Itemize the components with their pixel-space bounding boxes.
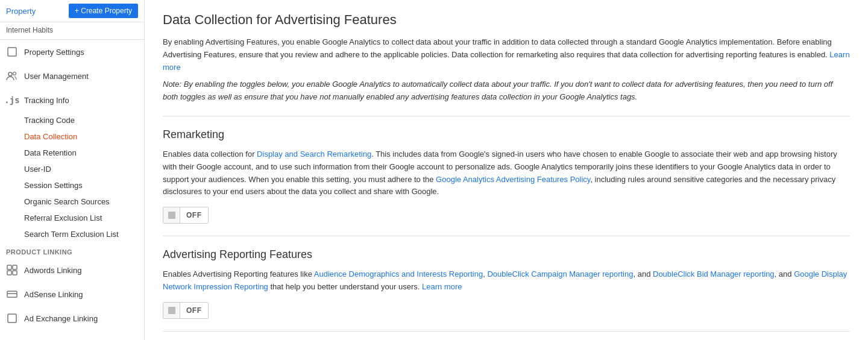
remarketing-toggle[interactable]: OFF — [163, 207, 209, 224]
note-text: Note: By enabling the toggles below, you… — [163, 78, 850, 104]
svg-point-2 — [13, 72, 16, 75]
advertising-reporting-toggle-handle — [163, 303, 180, 318]
property-settings-icon — [6, 46, 18, 58]
sidebar-subitem-data-collection[interactable]: Data Collection — [0, 128, 144, 145]
sidebar-item-user-management[interactable]: User Management — [0, 64, 144, 88]
advertising-reporting-learn-more-link[interactable]: Learn more — [422, 282, 462, 291]
adsense-linking-label: AdSense Linking — [24, 290, 83, 299]
sidebar-subitem-session-settings[interactable]: Session Settings — [0, 177, 144, 194]
ga-advertising-policy-link[interactable]: Google Analytics Advertising Features Po… — [436, 175, 590, 184]
adsense-linking-icon — [6, 288, 18, 300]
sidebar-subitem-search-term-exclusion-list[interactable]: Search Term Exclusion List — [0, 226, 144, 242]
doubleclick-campaign-link[interactable]: DoubleClick Campaign Manager reporting — [487, 269, 633, 279]
property-settings-label: Property Settings — [24, 48, 84, 57]
sidebar-subtitle: Internet Habits — [0, 22, 144, 40]
sidebar-header: Property + Create Property — [0, 0, 144, 22]
main-content: Data Collection for Advertising Features… — [145, 0, 868, 340]
product-linking-section-label: PRODUCT LINKING — [0, 242, 144, 258]
sidebar-subitem-referral-exclusion-list[interactable]: Referral Exclusion List — [0, 210, 144, 226]
advertising-reporting-toggle-container: OFF — [163, 302, 850, 319]
sidebar-subitem-data-retention[interactable]: Data Retention — [0, 145, 144, 161]
svg-rect-6 — [13, 271, 17, 275]
sidebar-subitem-organic-search-sources[interactable]: Organic Search Sources — [0, 194, 144, 210]
property-label[interactable]: Property — [6, 7, 36, 16]
sidebar-item-adwords-linking[interactable]: Adwords Linking — [0, 258, 144, 282]
sidebar-item-property-settings[interactable]: Property Settings — [0, 40, 144, 64]
advertising-reporting-toggle[interactable]: OFF — [163, 302, 209, 319]
sidebar-item-tracking-info[interactable]: .js Tracking Info — [0, 88, 144, 112]
remarketing-toggle-container: OFF — [163, 207, 850, 224]
doubleclick-bid-link[interactable]: DoubleClick Bid Manager reporting — [653, 269, 775, 279]
adwords-linking-icon — [6, 264, 18, 276]
adwords-linking-label: Adwords Linking — [24, 266, 81, 275]
page-title: Data Collection for Advertising Features — [163, 12, 850, 28]
tracking-info-label: Tracking Info — [24, 96, 69, 105]
advertising-reporting-toggle-label: OFF — [180, 303, 208, 318]
remarketing-toggle-handle — [163, 207, 180, 223]
footer-actions: Save Cancel — [163, 331, 850, 340]
remarketing-toggle-handle-inner — [168, 212, 175, 219]
sidebar-item-ad-exchange-linking[interactable]: Ad Exchange Linking — [0, 306, 144, 330]
advertising-reporting-title: Advertising Reporting Features — [163, 248, 850, 261]
sidebar: Property + Create Property Internet Habi… — [0, 0, 145, 340]
svg-point-1 — [8, 72, 12, 76]
sidebar-subitem-user-id[interactable]: User-ID — [0, 161, 144, 177]
remarketing-title: Remarketing — [163, 128, 850, 141]
sidebar-subitem-tracking-code[interactable]: Tracking Code — [0, 112, 144, 128]
user-management-icon — [6, 70, 18, 82]
sidebar-item-adsense-linking[interactable]: AdSense Linking — [0, 282, 144, 306]
advertising-reporting-description: Enables Advertising Reporting features l… — [163, 268, 850, 294]
ad-exchange-linking-icon — [6, 312, 18, 324]
remarketing-description: Enables data collection for Display and … — [163, 148, 850, 198]
svg-rect-0 — [8, 48, 16, 56]
display-search-remarketing-link[interactable]: Display and Search Remarketing — [257, 150, 371, 159]
svg-rect-9 — [8, 314, 16, 323]
remarketing-toggle-label: OFF — [180, 207, 208, 223]
svg-rect-3 — [7, 265, 11, 269]
tracking-info-icon: .js — [6, 94, 18, 106]
user-management-label: User Management — [24, 72, 89, 81]
ad-exchange-linking-label: Ad Exchange Linking — [24, 314, 98, 323]
section-divider-2 — [163, 236, 850, 236]
main-description: By enabling Advertising Features, you en… — [163, 36, 850, 74]
svg-rect-7 — [7, 291, 17, 297]
svg-rect-4 — [13, 265, 17, 269]
create-property-button[interactable]: + Create Property — [69, 4, 138, 18]
audience-demographics-link[interactable]: Audience Demographics and Interests Repo… — [314, 269, 483, 279]
svg-rect-5 — [7, 271, 11, 275]
advertising-reporting-toggle-handle-inner — [168, 307, 175, 314]
section-divider-1 — [163, 116, 850, 116]
